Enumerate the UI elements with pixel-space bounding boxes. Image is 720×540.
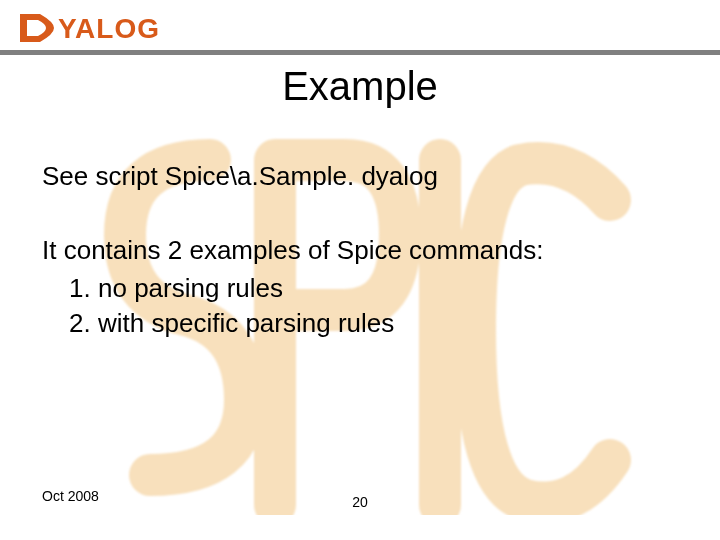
svg-text:YALOG: YALOG: [58, 13, 160, 44]
footer-page-number: 20: [0, 494, 720, 510]
list-item: no parsing rules: [98, 272, 682, 306]
example-list: no parsing rules with specific parsing r…: [42, 272, 682, 342]
dyalog-logo: YALOG: [14, 8, 214, 48]
list-item: with specific parsing rules: [98, 307, 682, 341]
header-divider: [0, 50, 720, 55]
lead-text: It contains 2 examples of Spice commands…: [42, 234, 682, 268]
intro-text: See script Spice\a.Sample. dyalog: [42, 160, 682, 194]
slide-body: See script Spice\a.Sample. dyalog It con…: [42, 160, 682, 343]
slide-title: Example: [0, 64, 720, 109]
